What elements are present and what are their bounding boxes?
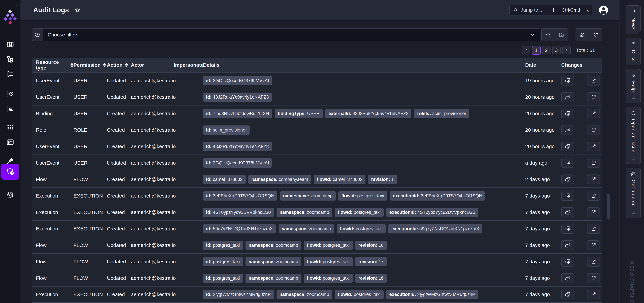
open-changes-button[interactable] [587,109,600,118]
copy-changes-button[interactable] [561,207,574,217]
header-date: Date [525,62,561,68]
sort-icon[interactable] [103,63,106,67]
detail-badge: id: scim_provisioner [203,125,250,135]
copy-icon [565,275,570,281]
copy-icon [565,291,570,297]
open-changes-button[interactable] [587,289,600,299]
main-area: Audit Logs Jump to... Ctrl/Cmd + K [20,0,620,303]
copy-changes-button[interactable] [561,76,574,86]
vertical-scrollbar[interactable] [607,194,610,219]
user-avatar[interactable] [599,6,608,15]
detail-badge: id: camel_378602 [203,175,246,184]
sidebar-item-logs[interactable] [5,89,15,99]
detail-badge: id: 7lhd3NUvLnbf6qwBuL1JXN [203,109,272,118]
header-action[interactable]: Action [107,62,131,68]
open-changes-button[interactable] [587,224,600,234]
header-permission[interactable]: Permission [74,62,107,68]
rail-tab-open-an-issue[interactable]: Open an Issue [626,107,641,164]
pagination-prev-button[interactable] [522,46,530,54]
open-in-new-icon [591,226,596,232]
pagination-next-button[interactable] [562,46,571,54]
copy-changes-button[interactable] [561,289,574,299]
sidebar-item-blueprints[interactable] [5,137,15,147]
sort-icon[interactable] [125,63,128,67]
sidebar-item-apps[interactable] [5,122,15,132]
sidebar-item-namespaces[interactable] [5,104,15,114]
jump-to-search[interactable]: Jump to... Ctrl/Cmd + K [510,5,592,16]
sidebar-item-flows[interactable] [5,54,15,64]
copy-changes-button[interactable] [561,273,574,283]
filter-save-button[interactable] [555,29,568,41]
detail-badge: flowId: postgres_taxi [304,274,353,283]
cell-actor: aemerich@kestra.io [131,78,174,84]
open-changes-button[interactable] [587,174,600,184]
kestra-logo[interactable] [2,10,18,26]
auto-refresh-off-button[interactable] [576,29,589,41]
cell-changes [561,158,602,168]
filter-search-button[interactable] [542,29,555,41]
cell-changes [561,142,602,151]
cell-action: Created [107,193,131,199]
open-changes-button[interactable] [587,257,600,266]
sidebar-item-settings[interactable] [5,190,15,200]
copy-changes-button[interactable] [561,174,574,184]
open-changes-button[interactable] [587,240,600,250]
table-row: FlowFLOWUpdatedaemerich@kestra.ioid: pos… [32,253,602,270]
copy-changes-button[interactable] [561,125,574,135]
open-changes-button[interactable] [587,92,600,102]
pagination-page-2[interactable]: 2 [542,46,550,54]
cell-permission: EXECUTION [74,209,107,215]
cell-actor: aemerich@kestra.io [131,226,174,232]
cell-changes [561,273,602,283]
copy-changes-button[interactable] [561,92,574,102]
detail-badge: flowId: postgres_taxi [304,257,353,266]
refresh-button[interactable] [589,29,602,41]
sort-icon[interactable] [70,63,74,67]
copy-changes-button[interactable] [561,191,574,201]
sidebar-item-administration[interactable] [1,164,19,180]
open-changes-button[interactable] [587,125,600,135]
rail-tab-help[interactable]: Help [626,69,641,103]
cell-permission: FLOW [74,242,107,248]
cell-date: 7 days ago [525,242,561,248]
chevron-down-icon[interactable] [530,32,535,38]
open-changes-button[interactable] [587,142,600,151]
copy-changes-button[interactable] [561,257,574,266]
cell-action: Created [107,209,131,215]
copy-changes-button[interactable] [561,158,574,168]
rail-tab-docs[interactable]: Docs [626,38,641,65]
copy-changes-button[interactable] [561,109,574,118]
sidebar-item-executions[interactable] [5,69,15,79]
detail-badge: revision: 17 [356,257,386,266]
pagination-page-3[interactable]: 3 [552,46,560,54]
account-circle-icon [602,7,605,10]
open-changes-button[interactable] [587,191,600,201]
choose-filters-input[interactable]: Choose filters [42,28,540,41]
detail-badge: executionId: 3eFEhuXqD9TS7Q4izORSQN [390,191,485,201]
sidebar-item-dashboard[interactable] [5,40,15,49]
header-actor: Actor [131,62,174,68]
favorite-star-button[interactable] [74,7,81,13]
pagination-page-1[interactable]: 1 [532,46,540,54]
cell-action: Created [107,144,131,149]
cell-actor: aemerich@kestra.io [131,177,174,182]
detail-badge: id: 59g7yZNsDQ1adXN1pzczmX [203,224,276,233]
sidebar-expand-button[interactable] [15,4,19,8]
filter-history-button[interactable] [32,28,42,41]
open-changes-button[interactable] [587,158,600,168]
copy-changes-button[interactable] [561,224,574,234]
rail-tab-get-a-demo[interactable]: Get a demo [626,168,641,218]
cell-changes [561,289,602,299]
copy-changes-button[interactable] [561,142,574,151]
cell-date: a day ago [525,160,561,166]
chevron-left-icon [524,48,528,52]
header-resource-type[interactable]: Resource type [36,59,74,71]
rail-tab-news[interactable]: News [626,5,641,34]
open-changes-button[interactable] [587,207,600,217]
open-changes-button[interactable] [587,273,600,283]
executions-icon [6,70,14,78]
open-changes-button[interactable] [587,76,600,86]
open-in-new-icon [591,209,596,215]
copy-changes-button[interactable] [561,240,574,250]
cell-changes [561,76,602,86]
